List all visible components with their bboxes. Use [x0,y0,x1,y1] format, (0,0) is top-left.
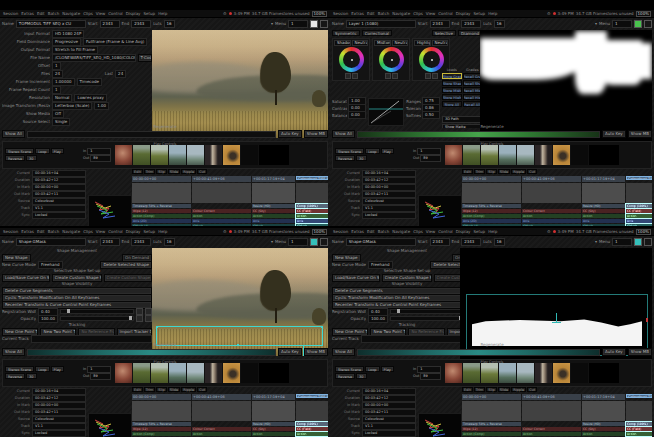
item-tlf[interactable]: Duration00:03:42+12 [2,177,86,183]
item-generic[interactable]: View [426,11,436,16]
item-pb[interactable]: Reverse [5,155,25,161]
item-fxgb[interactable]: Comp (100%) [626,422,652,426]
end-field[interactable]: 2343 [461,20,481,28]
item-fxgr[interactable]: Action (Comp) [462,214,521,218]
item-imp[interactable]: Files24Last24 [2,70,152,77]
luma-curve-plot[interactable] [368,98,404,126]
item-tlf[interactable]: In Mark00:00:00+00 [332,184,416,190]
item-generic[interactable]: Batch [48,11,60,16]
thumb-black[interactable] [259,363,289,383]
item-th[interactable]: +00:00:41:09+06 [522,394,581,400]
item-fxgr[interactable]: Action [192,214,251,218]
item-fxgr[interactable]: Action [582,214,625,218]
item-imp[interactable]: Offset1 [2,62,152,69]
item-pb[interactable]: 30 [356,373,366,379]
thumb-meadow[interactable] [151,145,168,165]
item-tlf[interactable]: SourceColourbust [2,416,86,422]
item-th[interactable]: Colourbust TIFF SEQ x [296,176,328,180]
value-field[interactable]: 00:00:16+04 [362,388,416,395]
slider-track[interactable] [390,316,464,321]
item-imp[interactable]: Frame Increment1.00000Timecode [2,78,152,85]
item-pb[interactable]: Play [51,366,64,372]
item-slider[interactable]: Registration Width0.40 [2,308,152,315]
item-tlf[interactable]: Current00:00:16+04 [2,388,86,394]
item-tb[interactable]: Ripple [511,387,526,392]
keyframe-icon[interactable] [145,315,152,322]
item-fxma[interactable]: Wipe (12) [132,209,191,213]
item-generic[interactable]: Session [3,229,18,234]
item-tb[interactable]: Ripple [511,169,526,174]
item-fxgb[interactable]: Timewarp 50% + Reverse [462,422,521,426]
item-fxnv[interactable]: Axis [522,219,581,223]
thumb-meadow[interactable] [151,363,168,383]
item-generic[interactable]: Setup [473,229,485,234]
value-field[interactable]: 00:03:42+11 [362,409,416,416]
slider-thumb[interactable] [129,316,132,320]
value-field[interactable]: V1.1 [362,423,416,430]
item-pb[interactable]: Play [381,366,394,372]
value-field[interactable]: 00:03:42+12 [32,177,86,184]
value-field[interactable]: Letterbox (Scale) [52,102,92,110]
value-field[interactable]: Colourbust [32,198,86,205]
item-generic[interactable]: Navigate [392,11,410,16]
value-field[interactable]: 00:03:42+12 [362,395,416,402]
item-tb[interactable]: Slide [498,387,511,392]
item-pb[interactable]: Stereo Scene [5,366,34,372]
animation-curves-thumbnail[interactable] [418,195,462,226]
item-generic[interactable]: Batch [378,11,390,16]
value-field[interactable]: Lowres proxy [74,94,106,102]
gear-icon[interactable]: ⚙ [547,12,551,16]
midtones-value[interactable]: Neutral [392,40,409,46]
thumb-valley[interactable] [169,363,186,383]
item-fxgb[interactable]: Comp (100%) [296,204,328,208]
item-tb[interactable]: Trim [474,169,485,174]
item-fxgb[interactable]: Resize (HD) [582,204,625,208]
item-tlf[interactable]: SyncLocked [332,430,416,436]
thumb-tree-field[interactable] [553,145,570,165]
midtones-colour-wheel[interactable] [379,47,404,72]
item-pb[interactable]: Reverse [5,373,25,379]
item-fxma[interactable]: CC (Sky) [252,427,295,431]
menu-dropdown-value[interactable]: 1 [612,238,632,246]
item-generic[interactable]: Help [158,11,167,16]
button[interactable]: Load/Save Curve On Shape [2,274,50,282]
item-tb[interactable]: Slide [168,387,181,392]
item-generic[interactable]: GMask (4)GMaskGMaskGMask [462,224,652,226]
slider-thumb[interactable] [397,309,400,313]
item-th[interactable]: +00:00:41:09+06 [522,176,581,182]
thumb-forest[interactable] [463,363,480,383]
value-field[interactable]: 00:03:42+11 [32,191,86,198]
thumb-coast[interactable] [187,145,204,165]
start-field[interactable]: 2343 [430,238,450,246]
link-icon[interactable] [392,73,398,79]
value-field[interactable]: Stretch to Fill Frame [52,46,98,54]
item-pb[interactable]: Stereo Scene [335,366,364,372]
item-tlf[interactable]: SourceColourbust [332,198,416,204]
item-pb[interactable]: Loop [35,148,49,154]
clip-name-field[interactable]: Layer 1 (1080) [346,20,416,28]
link-icon[interactable] [352,73,358,79]
clip-name-field[interactable]: TOPMODUL TIFF SEQ x CU [16,20,86,28]
gear-icon[interactable]: ⚙ [547,230,551,234]
item-generic[interactable]: Setup [473,11,485,16]
start-field[interactable]: 2343 [100,20,120,28]
menu-dropdown[interactable]: ▾ Menu 1 [595,238,632,246]
link-icon[interactable] [432,73,438,79]
item-fxgb[interactable]: Resize (HD) [582,422,625,426]
item-tb[interactable]: Edit [132,387,143,392]
thumb-valley[interactable] [169,145,186,165]
thumb-coast[interactable] [517,145,534,165]
out-field[interactable]: 89 [90,373,111,380]
axis-crosshair-icon[interactable] [556,313,557,322]
item-fxtl[interactable]: GMask (4) [462,224,521,226]
viewport-landscape[interactable] [152,30,328,138]
thumb-forest[interactable] [463,145,480,165]
item-fxgb[interactable]: Comp (100%) [296,422,328,426]
value-field[interactable]: 00:00:00+00 [362,402,416,409]
show-all-button[interactable]: Show All [332,348,355,356]
item-tlf[interactable]: SyncLocked [2,212,86,218]
item-generic[interactable]: Clips [413,11,423,16]
thumb-empty[interactable] [571,363,588,383]
item-fxnv[interactable]: Axis [252,219,295,223]
item-generic[interactable]: Extras [21,229,34,234]
